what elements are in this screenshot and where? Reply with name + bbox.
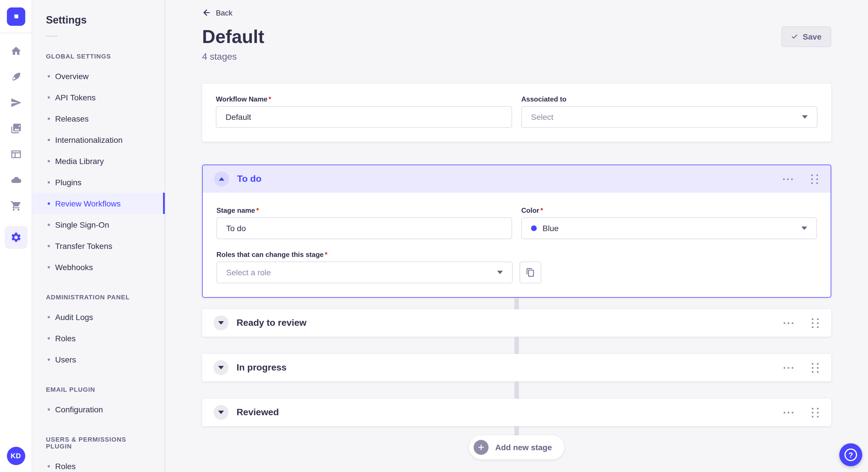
required-mark: * [324,250,327,259]
drag-handle[interactable] [808,314,822,331]
subnav-title: Settings [32,14,165,26]
sidebar-item-label: Transfer Tokens [55,241,112,250]
save-button[interactable]: Save [782,26,831,47]
sidebar-item-api-tokens[interactable]: API Tokens [32,87,165,108]
expand-stage-button[interactable] [214,405,228,420]
sidebar-item-admin-roles[interactable]: Roles [32,328,165,349]
strapi-logo[interactable] [7,7,25,26]
chevron-down-icon [497,271,503,274]
sidebar-item-label: Audit Logs [55,312,93,322]
sidebar-item-label: Users [55,355,76,364]
add-new-stage-button[interactable]: Add new stage [469,435,565,460]
bullet-icon [48,224,50,226]
user-avatar[interactable]: KD [7,447,25,465]
bullet-icon [48,358,50,361]
stage-header-to-do[interactable]: To do [203,165,831,193]
back-label: Back [216,8,232,17]
sidebar-item-label: Media Library [55,156,104,165]
sidebar-item-label: Roles [55,461,76,471]
sidebar-item-releases[interactable]: Releases [32,108,165,129]
sidebar-item-internationalization[interactable]: Internationalization [32,129,165,150]
roles-select[interactable]: Select a role [216,262,513,283]
sidebar-item-label: Releases [55,114,89,123]
sidebar-item-audit-logs[interactable]: Audit Logs [32,306,165,328]
help-button[interactable]: ? [839,443,862,466]
deploy-icon[interactable] [10,97,22,108]
check-icon [792,33,798,40]
stage-title: To do [237,174,261,184]
drag-handle[interactable] [808,359,822,376]
workflow-name-input[interactable] [216,106,512,128]
collapse-stage-button[interactable] [214,171,229,187]
expand-stage-button[interactable] [214,315,228,330]
stage-title: Ready to review [237,318,307,328]
stage-options-button[interactable] [780,175,796,183]
expand-stage-button[interactable] [214,360,228,375]
associated-to-placeholder: Select [531,112,553,122]
workflow-name-label: Workflow Name [216,95,268,103]
duplicate-roles-button[interactable] [520,262,541,283]
page-title: Default [202,25,265,48]
color-value: Blue [542,224,559,233]
associated-to-select[interactable]: Select [521,106,817,128]
sidebar-item-users[interactable]: Users [32,349,165,370]
sidebar-item-transfer-tokens[interactable]: Transfer Tokens [32,235,165,256]
sidebar-item-webhooks[interactable]: Webhooks [32,256,165,278]
content-manager-icon[interactable] [10,148,22,160]
strapi-glyph [11,11,21,22]
copy-icon [526,268,535,277]
stage-title: In progress [237,363,286,373]
home-icon[interactable] [10,45,22,57]
media-library-icon[interactable] [10,123,22,134]
sidebar-item-label: Single Sign-On [55,220,109,229]
sidebar-item-plugins[interactable]: Plugins [32,171,165,193]
bullet-icon [48,202,50,204]
sidebar-item-label: Review Workflows [55,199,121,208]
stage-connector [515,298,519,309]
bullet-icon [48,245,50,247]
color-select[interactable]: Blue [521,217,817,239]
color-swatch [531,225,537,231]
chevron-down-icon [802,115,808,119]
section-label-administration-panel: ADMINISTRATION PANEL [32,294,165,301]
sidebar-item-media-library[interactable]: Media Library [32,150,165,171]
drag-handle[interactable] [808,404,822,421]
bullet-icon [48,181,50,183]
sidebar-item-single-sign-on[interactable]: Single Sign-On [32,214,165,235]
sidebar-item-label: Configuration [55,405,103,414]
bullet-icon [48,316,50,318]
stage-options-button[interactable] [780,318,797,327]
stage-name-input[interactable] [216,217,512,239]
drag-handle[interactable] [808,171,822,187]
back-arrow-icon [202,8,211,17]
bullet-icon [48,138,50,141]
stage-title: Reviewed [237,407,279,417]
sidebar-item-up-roles[interactable]: Roles [32,456,165,472]
settings-icon[interactable] [4,226,27,249]
sidebar-item-email-configuration[interactable]: Configuration [32,399,165,420]
stage-options-button[interactable] [780,363,797,372]
sidebar-item-overview[interactable]: Overview [32,65,165,87]
content-type-builder-icon[interactable] [10,71,22,82]
question-mark-icon: ? [844,448,857,461]
color-label: Color [521,206,539,214]
stage-card-ready-to-review[interactable]: Ready to review [202,309,831,337]
chevron-down-icon [218,321,224,325]
stage-connector [515,426,519,435]
sidebar-item-review-workflows[interactable]: Review Workflows [32,193,165,214]
stage-options-button[interactable] [780,408,797,417]
sidebar-item-label: Internationalization [55,135,123,144]
marketplace-icon[interactable] [10,200,22,212]
required-mark: * [269,95,271,103]
section-label-users-permissions-plugin: USERS & PERMISSIONS PLUGIN [32,436,165,450]
save-label: Save [803,32,822,41]
sidebar-item-label: Webhooks [55,262,93,272]
stage-card-reviewed[interactable]: Reviewed [202,399,831,426]
section-label-global-settings: GLOBAL SETTINGS [32,53,165,60]
stage-card-in-progress[interactable]: In progress [202,354,831,381]
section-label-email-plugin: EMAIL PLUGIN [32,386,165,393]
back-link[interactable]: Back [202,8,232,17]
cloud-icon[interactable] [10,174,22,186]
roles-label: Roles that can change this stage [216,250,323,259]
associated-to-label: Associated to [521,95,566,103]
